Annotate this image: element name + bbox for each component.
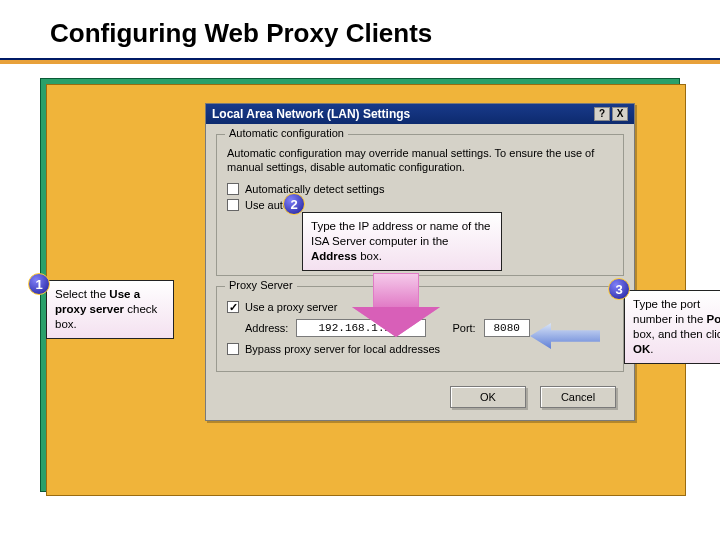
step-3-text-c: box, and then click (633, 328, 720, 340)
bypass-local-checkbox[interactable] (227, 343, 239, 355)
step-3-text-a: Type the port number in the (633, 298, 707, 325)
bypass-local-label: Bypass proxy server for local addresses (245, 343, 440, 355)
use-proxy-label: Use a proxy server (245, 301, 337, 313)
step-3-text-e: . (650, 343, 653, 355)
address-label: Address: (245, 322, 288, 334)
step-2-text-a: Type the IP address or name of the ISA S… (311, 220, 490, 247)
arrow-down-icon (352, 273, 440, 337)
ok-button[interactable]: OK (450, 386, 526, 408)
auto-config-desc: Automatic configuration may override man… (227, 147, 613, 175)
auto-detect-label: Automatically detect settings (245, 183, 384, 195)
step-3-callout: Type the port number in the Port box, an… (624, 290, 720, 364)
port-label: Port: (452, 322, 475, 334)
dialog-title-text: Local Area Network (LAN) Settings (212, 107, 410, 121)
step-2-callout: Type the IP address or name of the ISA S… (302, 212, 502, 271)
step-2-badge: 2 (283, 193, 305, 215)
dialog-titlebar: Local Area Network (LAN) Settings ? X (206, 104, 634, 124)
step-3-text-b: Port (707, 313, 720, 325)
use-autoconfig-script-checkbox[interactable] (227, 199, 239, 211)
dialog-button-row: OK Cancel (206, 378, 634, 420)
port-input[interactable] (484, 319, 530, 337)
help-icon[interactable]: ? (594, 107, 610, 121)
step-2-text-c: box. (357, 250, 382, 262)
slide-stage: Local Area Network (LAN) Settings ? X Au… (40, 78, 680, 508)
step-3-badge: 3 (608, 278, 630, 300)
step-1-callout: Select the Use a proxy server check box. (46, 280, 174, 339)
step-2-text-b: Address (311, 250, 357, 262)
step-3-text-d: OK (633, 343, 650, 355)
group-label-auto: Automatic configuration (225, 127, 348, 139)
group-label-proxy: Proxy Server (225, 279, 297, 291)
step-1-text-a: Select the (55, 288, 109, 300)
page-title: Configuring Web Proxy Clients (0, 0, 720, 49)
title-underline (0, 58, 720, 64)
step-1-badge: 1 (28, 273, 50, 295)
close-icon[interactable]: X (612, 107, 628, 121)
use-proxy-checkbox[interactable] (227, 301, 239, 313)
auto-detect-checkbox[interactable] (227, 183, 239, 195)
cancel-button[interactable]: Cancel (540, 386, 616, 408)
